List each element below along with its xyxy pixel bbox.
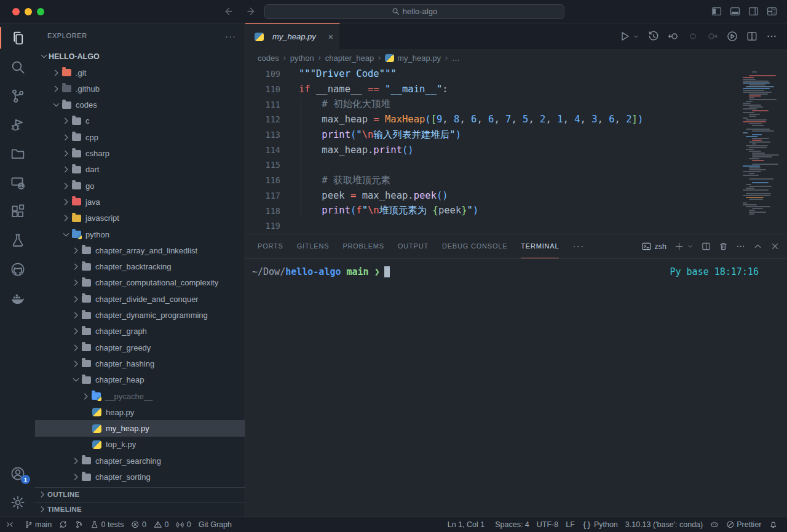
code-line[interactable]: 115	[245, 157, 787, 173]
terminal[interactable]: ~/Dow/hello-algo main ❯ Py base 18:17:16	[245, 259, 787, 517]
line-number[interactable]: 119	[245, 221, 280, 231]
tab-my-heap[interactable]: my_heap.py ×	[245, 23, 340, 49]
activity-accounts[interactable]: 1	[0, 459, 35, 488]
tree-item-chapter_hashing[interactable]: chapter_hashing	[35, 355, 245, 371]
line-number[interactable]: 109	[245, 69, 280, 79]
tree-item-chapter_searching[interactable]: chapter_searching	[35, 453, 245, 469]
statusbar-git-graph[interactable]: Git Graph	[195, 517, 235, 532]
activity-source-control[interactable]	[0, 81, 35, 110]
zoom-window-button[interactable]	[37, 8, 44, 15]
tree-item-chapter_divide_and_conquer[interactable]: chapter_divide_and_conquer	[35, 291, 245, 307]
breadcrumb-item[interactable]: …	[452, 54, 460, 63]
tree-item-go[interactable]: go	[35, 178, 245, 194]
panel-tab-ports[interactable]: PORTS	[258, 234, 283, 258]
close-panel-icon[interactable]	[770, 242, 780, 251]
statusbar-branch-status[interactable]: main	[21, 517, 56, 532]
statusbar-eol[interactable]: LF	[562, 520, 579, 529]
breadcrumb-item[interactable]: codes	[258, 54, 279, 63]
activity-run-and-debug[interactable]	[0, 110, 35, 139]
panel-tabs-more-icon[interactable]: ···	[572, 241, 584, 252]
change-indicator-icon[interactable]	[687, 31, 698, 42]
command-center-search[interactable]: hello-algo	[264, 4, 564, 19]
code-line[interactable]: 112 max_heap = MaxHeap([9, 8, 6, 6, 7, 5…	[245, 112, 787, 127]
activity-project-manager[interactable]	[0, 139, 35, 168]
statusbar-language-mode[interactable]: {}Python	[579, 520, 622, 530]
split-editor-icon[interactable]	[746, 31, 757, 42]
statusbar-python-interpreter[interactable]: 3.10.13 ('base': conda)	[622, 520, 706, 529]
code-line[interactable]: 111 # 初始化大顶堆	[245, 97, 787, 112]
minimize-window-button[interactable]	[25, 8, 32, 15]
line-number[interactable]: 117	[245, 191, 280, 200]
tree-item-chapter_heap[interactable]: chapter_heap	[35, 372, 245, 388]
statusbar-encoding[interactable]: UTF-8	[533, 520, 562, 529]
minimap[interactable]	[742, 69, 781, 216]
tree-item-top_kpy[interactable]: top_k.py	[35, 437, 245, 453]
tree-item-codes[interactable]: codes	[35, 97, 245, 113]
activity-remote-explorer[interactable]	[0, 168, 35, 197]
tree-item-csharp[interactable]: csharp	[35, 145, 245, 161]
line-number[interactable]: 116	[245, 175, 280, 185]
statusbar-remote-indicator[interactable]	[0, 517, 20, 532]
line-number[interactable]: 111	[245, 100, 280, 109]
activity-search[interactable]	[0, 52, 35, 81]
code-editor[interactable]: 109"""Driver Code"""110if __name__ == "_…	[245, 66, 787, 234]
panel-tab-debug-console[interactable]: DEBUG CONSOLE	[442, 234, 507, 258]
code-line[interactable]: 113 print("\n输入列表并建堆后")	[245, 127, 787, 143]
tree-item-chapter_graph[interactable]: chapter_graph	[35, 324, 245, 339]
statusbar-git-graph-view[interactable]	[71, 517, 87, 532]
code-line[interactable]: 116 # 获取堆顶元素	[245, 173, 787, 188]
close-tab-icon[interactable]: ×	[328, 32, 333, 42]
line-number[interactable]: 110	[245, 84, 280, 94]
activity-extensions[interactable]	[0, 197, 35, 226]
panel-tab-terminal[interactable]: TERMINAL	[521, 234, 559, 258]
statusbar-sync-changes[interactable]	[55, 517, 71, 532]
timeline-section[interactable]: TIMELINE	[35, 502, 245, 517]
tree-item-git[interactable]: .git	[35, 65, 245, 81]
next-change-icon[interactable]	[707, 31, 718, 42]
tree-item-hello-algo[interactable]: HELLO-ALGO	[35, 49, 245, 65]
forward-icon[interactable]	[247, 6, 257, 17]
back-icon[interactable]	[223, 6, 233, 17]
statusbar-cursor-position[interactable]: Ln 1, Col 1	[442, 520, 490, 529]
toggle-primary-sidebar-icon[interactable]	[711, 6, 722, 17]
tree-item-javascript[interactable]: javascript	[35, 210, 245, 226]
statusbar-indentation[interactable]: Spaces: 4	[491, 520, 533, 529]
tree-item-chapter_greedy[interactable]: chapter_greedy	[35, 339, 245, 355]
tree-item-chapter_backtracking[interactable]: chapter_backtracking	[35, 259, 245, 275]
statusbar-prettier[interactable]: Prettier	[722, 520, 765, 529]
breadcrumb-item[interactable]: my_heap.py	[385, 54, 441, 63]
breadcrumb-item[interactable]: python	[290, 54, 314, 63]
kill-terminal-icon[interactable]	[719, 242, 728, 251]
statusbar-copilot[interactable]	[706, 520, 722, 529]
new-terminal-icon[interactable]	[674, 242, 684, 251]
activity-docker[interactable]	[0, 284, 35, 312]
line-number[interactable]: 112	[245, 114, 280, 124]
panel-more-actions-icon[interactable]	[736, 242, 745, 251]
code-line[interactable]: 117 peek = max_heap.peek()	[245, 188, 787, 204]
tree-item-github[interactable]: .github	[35, 81, 245, 97]
run-python-file-icon[interactable]	[619, 31, 630, 42]
tree-item-__pycache__[interactable]: __pycache__	[35, 388, 245, 404]
maximize-panel-icon[interactable]	[753, 242, 762, 251]
code-line[interactable]: 114 max_heap.print()	[245, 142, 787, 157]
tree-item-chapter_computational_complexity[interactable]: chapter_computational_complexity	[35, 275, 245, 291]
breadcrumb-item[interactable]: chapter_heap	[325, 54, 374, 63]
previous-change-icon[interactable]	[668, 31, 679, 42]
tree-item-chapter_array_and_linkedlist[interactable]: chapter_array_and_linkedlist	[35, 242, 245, 258]
tree-item-cpp[interactable]: cpp	[35, 129, 245, 145]
activity-testing[interactable]	[0, 226, 35, 255]
activity-settings[interactable]	[0, 488, 35, 517]
tree-item-python[interactable]: python	[35, 226, 245, 242]
editor-more-actions-icon[interactable]	[766, 31, 777, 42]
code-line[interactable]: 110if __name__ == "__main__":	[245, 82, 787, 97]
terminal-instance[interactable]: zsh	[642, 242, 666, 251]
line-number[interactable]: 114	[245, 145, 280, 155]
panel-tab-gitlens[interactable]: GITLENS	[297, 234, 330, 258]
line-number[interactable]: 113	[245, 130, 280, 140]
terminal-profile-dropdown-icon[interactable]	[687, 243, 694, 250]
code-line[interactable]: 119	[245, 218, 787, 234]
statusbar-warnings[interactable]: 0	[150, 517, 172, 532]
statusbar-errors[interactable]: 0	[127, 517, 149, 532]
panel-tab-output[interactable]: OUTPUT	[398, 234, 429, 258]
outline-section[interactable]: OUTLINE	[35, 487, 245, 502]
